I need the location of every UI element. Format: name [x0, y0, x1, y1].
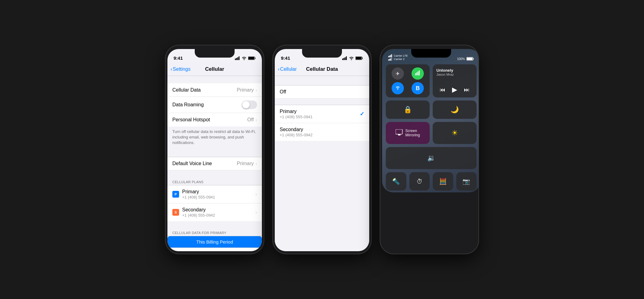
primary-plan-icon: P — [172, 191, 179, 198]
back-button-2[interactable]: ‹ Cellular — [278, 66, 297, 72]
volume-icon: 🔉 — [427, 154, 435, 162]
settings-content-1: Cellular Data Primary › Data Roaming Per… — [167, 76, 262, 251]
carrier-2-label: Carrier 2 — [394, 58, 404, 61]
off-option-row[interactable]: Off — [275, 85, 369, 99]
cellular-data-label: Cellular Data — [172, 87, 237, 93]
status-icons-1 — [235, 56, 256, 61]
back-button-1[interactable]: ‹ Settings — [171, 66, 190, 72]
timer-btn[interactable]: ⏱ — [409, 172, 430, 191]
now-playing-info: Unlonely Jason Mraz — [436, 68, 473, 76]
default-voice-chevron: › — [255, 161, 257, 166]
data-roaming-toggle[interactable] — [242, 100, 257, 109]
billing-period-tab[interactable]: This Billing Period — [167, 236, 262, 248]
svg-rect-0 — [235, 59, 236, 60]
camera-btn[interactable]: 📷 — [456, 172, 477, 191]
carrier-info: Carrier LTE Carrier 2 — [388, 54, 408, 61]
secondary-plan-row[interactable]: S Secondary +1 (408) 555-0942 › — [167, 203, 262, 221]
primary-option-row[interactable]: Primary +1 (408) 555-0941 ✓ — [275, 105, 369, 123]
phone-1-screen: 9:41 ‹ Settings Cellular — [167, 49, 262, 251]
airplane-btn[interactable]: ✈ — [389, 67, 407, 80]
svg-rect-2 — [237, 57, 238, 60]
svg-rect-28 — [419, 70, 420, 75]
phone-3-screen: Carrier LTE Carrier 2 100% — [382, 49, 478, 192]
notch-1 — [195, 49, 235, 58]
default-voice-row[interactable]: Default Voice Line Primary › — [167, 157, 262, 170]
signal-icon-2 — [342, 56, 347, 61]
flashlight-icon: 🔦 — [392, 178, 400, 185]
fast-forward-btn[interactable]: ⏭ — [464, 87, 470, 93]
svg-rect-18 — [388, 59, 389, 61]
personal-hotspot-value: Off — [247, 117, 254, 123]
personal-hotspot-row[interactable]: Personal Hotspot Off › — [167, 113, 262, 127]
dnd-btn[interactable]: 🌙 — [433, 100, 477, 119]
back-chevron-2: ‹ — [278, 66, 279, 72]
secondary-option-label: Secondary +1 (408) 555-0942 — [280, 127, 364, 137]
song-title: Unlonely — [436, 68, 473, 73]
carrier-1-label: Carrier LTE — [394, 54, 408, 57]
svg-rect-10 — [346, 56, 347, 60]
primary-option-number: +1 (408) 555-0941 — [280, 115, 360, 119]
svg-rect-14 — [388, 56, 389, 57]
svg-rect-23 — [467, 58, 473, 60]
svg-rect-27 — [418, 71, 419, 75]
battery-icon-1 — [248, 56, 256, 61]
secondary-option-row[interactable]: Secondary +1 (408) 555-0942 — [275, 123, 369, 141]
primary-plan-number: +1 (408) 555-0941 — [182, 195, 255, 199]
svg-rect-1 — [236, 58, 237, 60]
orientation-lock-btn[interactable]: 🔒 — [386, 100, 430, 119]
svg-rect-13 — [362, 58, 363, 59]
svg-rect-7 — [342, 59, 343, 60]
svg-rect-29 — [396, 129, 402, 134]
signal-icon-1 — [235, 56, 240, 61]
brightness-slider[interactable]: ☀ — [433, 122, 477, 144]
screen-mirroring-btn[interactable]: Screen Mirroring — [386, 122, 430, 144]
back-label-2: Cellular — [280, 66, 297, 72]
data-roaming-row[interactable]: Data Roaming — [167, 97, 262, 113]
now-playing-block: Unlonely Jason Mraz ⏮ ▶ ⏭ — [433, 64, 477, 97]
cellular-data-value: Primary — [237, 87, 254, 93]
cc-battery-label: 100% — [457, 57, 465, 61]
svg-rect-16 — [390, 55, 391, 57]
back-label-1: Settings — [173, 66, 190, 72]
flashlight-btn[interactable]: 🔦 — [386, 172, 406, 191]
system-services-row[interactable]: System Services 438 KB › — [167, 248, 262, 251]
svg-rect-25 — [415, 73, 416, 75]
calculator-btn[interactable]: 🧮 — [433, 172, 453, 191]
toggle-thumb — [242, 101, 250, 108]
volume-slider[interactable]: 🔉 — [386, 147, 477, 169]
personal-hotspot-chevron: › — [255, 117, 257, 122]
notch-3 — [411, 49, 451, 58]
cc-main-grid: ✈ — [382, 62, 478, 192]
svg-rect-30 — [398, 135, 401, 135]
primary-checkmark: ✓ — [360, 111, 364, 117]
secondary-plan-chevron: › — [255, 210, 257, 215]
svg-rect-6 — [255, 58, 255, 59]
wifi-icon-2 — [349, 56, 354, 61]
status-icons-2 — [342, 56, 363, 61]
wifi-btn[interactable] — [389, 82, 407, 94]
svg-rect-12 — [356, 57, 362, 59]
svg-rect-5 — [248, 57, 254, 59]
rewind-btn[interactable]: ⏮ — [440, 87, 445, 93]
time-2: 9:41 — [281, 55, 290, 61]
svg-rect-8 — [343, 58, 344, 60]
secondary-option-number: +1 (408) 555-0942 — [280, 133, 364, 137]
off-option-label: Off — [280, 89, 364, 95]
bluetooth-icon: B — [416, 85, 420, 92]
svg-rect-9 — [345, 57, 346, 60]
nav-title-2: Cellular Data — [306, 66, 338, 72]
bluetooth-btn[interactable]: B — [409, 82, 427, 94]
personal-hotspot-label: Personal Hotspot — [172, 117, 247, 123]
calculator-icon: 🧮 — [439, 178, 447, 185]
cellular-data-row[interactable]: Cellular Data Primary › — [167, 83, 262, 97]
notch-2 — [302, 49, 342, 58]
primary-plan-name: Primary — [182, 189, 255, 195]
play-btn[interactable]: ▶ — [452, 86, 457, 94]
cellular-icon — [415, 70, 420, 77]
svg-rect-20 — [390, 59, 391, 61]
screen-mirroring-label: Screen Mirroring — [405, 129, 420, 137]
nav-title-1: Cellular — [205, 66, 224, 72]
cellular-btn[interactable] — [409, 67, 427, 80]
cellular-data-primary-header: CELLULAR DATA FOR PRIMARY — [167, 229, 262, 236]
primary-plan-row[interactable]: P Primary +1 (408) 555-0941 › — [167, 185, 262, 203]
